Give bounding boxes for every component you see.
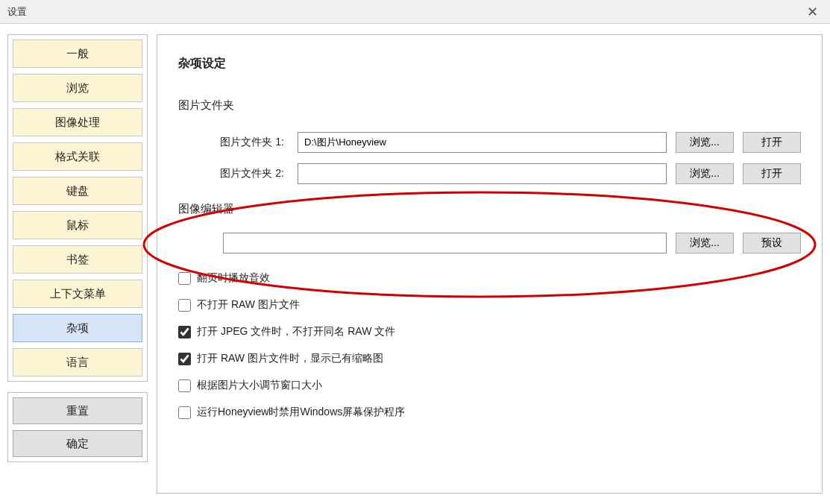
check-noraw-label[interactable]: 不打开 RAW 图片文件	[197, 298, 300, 312]
folder1-label: 图片文件夹 1:	[208, 136, 298, 149]
content-panel: 杂项设定 图片文件夹 图片文件夹 1: 浏览... 打开 图片文件夹 2: 浏览…	[157, 34, 823, 494]
sidebar-item-general[interactable]: 一般	[13, 40, 142, 68]
check-jpeg-raw-label[interactable]: 打开 JPEG 文件时，不打开同名 RAW 文件	[197, 325, 395, 338]
folder2-input[interactable]	[298, 163, 667, 184]
editor-row: 浏览... 预设	[178, 233, 801, 253]
window-title: 设置	[7, 5, 27, 19]
check-sound[interactable]	[178, 272, 191, 285]
check-raw-thumb-label[interactable]: 打开 RAW 图片文件时，显示已有缩略图	[197, 352, 383, 365]
folder2-open-button[interactable]: 打开	[743, 163, 801, 184]
sidebar-item-contextmenu[interactable]: 上下文菜单	[13, 280, 142, 308]
nav-list: 一般 浏览 图像处理 格式关联 键盘 鼠标 书签 上下文菜单 杂项 语言	[7, 34, 148, 382]
check-sound-label[interactable]: 翻页时播放音效	[197, 271, 270, 285]
sidebar-item-imageprocess[interactable]: 图像处理	[13, 108, 142, 136]
reset-button[interactable]: 重置	[13, 397, 142, 424]
folder2-label: 图片文件夹 2:	[208, 167, 298, 180]
sidebar-item-misc[interactable]: 杂项	[13, 314, 142, 342]
check-raw-thumb[interactable]	[178, 353, 191, 365]
sidebar-item-bookmark[interactable]: 书签	[13, 245, 142, 274]
ok-button[interactable]: 确定	[13, 430, 142, 457]
check-resize-window-row: 根据图片大小调节窗口大小	[178, 379, 801, 392]
check-raw-thumb-row: 打开 RAW 图片文件时，显示已有缩略图	[178, 352, 801, 365]
sidebar-item-language[interactable]: 语言	[13, 348, 142, 377]
check-noraw-row: 不打开 RAW 图片文件	[178, 298, 801, 312]
editor-browse-button[interactable]: 浏览...	[676, 233, 734, 253]
check-jpeg-raw[interactable]	[178, 326, 191, 338]
folder2-row: 图片文件夹 2: 浏览... 打开	[178, 163, 801, 184]
folder1-browse-button[interactable]: 浏览...	[676, 132, 734, 153]
editor-preset-button[interactable]: 预设	[743, 233, 801, 253]
sidebar-item-format[interactable]: 格式关联	[13, 142, 142, 171]
check-jpeg-raw-row: 打开 JPEG 文件时，不打开同名 RAW 文件	[178, 325, 801, 338]
section-title: 杂项设定	[178, 56, 801, 72]
sidebar-item-browse[interactable]: 浏览	[13, 74, 142, 102]
check-screensaver-label[interactable]: 运行Honeyview时禁用Windows屏幕保护程序	[197, 406, 405, 419]
check-screensaver[interactable]	[178, 406, 191, 419]
dialog-body: 一般 浏览 图像处理 格式关联 键盘 鼠标 书签 上下文菜单 杂项 语言 重置 …	[0, 24, 830, 504]
image-folder-label: 图片文件夹	[178, 98, 801, 113]
check-sound-row: 翻页时播放音效	[178, 271, 801, 285]
sidebar-item-mouse[interactable]: 鼠标	[13, 211, 142, 239]
close-icon[interactable]: ✕	[803, 3, 821, 21]
title-bar: 设置 ✕	[0, 0, 830, 24]
folder1-row: 图片文件夹 1: 浏览... 打开	[178, 132, 801, 153]
editor-input[interactable]	[223, 233, 667, 253]
folder1-input[interactable]	[298, 132, 667, 153]
folder1-open-button[interactable]: 打开	[743, 132, 801, 153]
check-resize-window[interactable]	[178, 379, 191, 392]
image-editor-label: 图像编辑器	[178, 202, 801, 216]
check-noraw[interactable]	[178, 299, 191, 312]
sidebar-item-keyboard[interactable]: 键盘	[13, 177, 142, 205]
sidebar-bottom: 重置 确定	[7, 392, 148, 462]
sidebar: 一般 浏览 图像处理 格式关联 键盘 鼠标 书签 上下文菜单 杂项 语言 重置 …	[7, 34, 148, 494]
check-resize-window-label[interactable]: 根据图片大小调节窗口大小	[197, 379, 322, 392]
folder2-browse-button[interactable]: 浏览...	[676, 163, 734, 184]
check-screensaver-row: 运行Honeyview时禁用Windows屏幕保护程序	[178, 406, 801, 419]
